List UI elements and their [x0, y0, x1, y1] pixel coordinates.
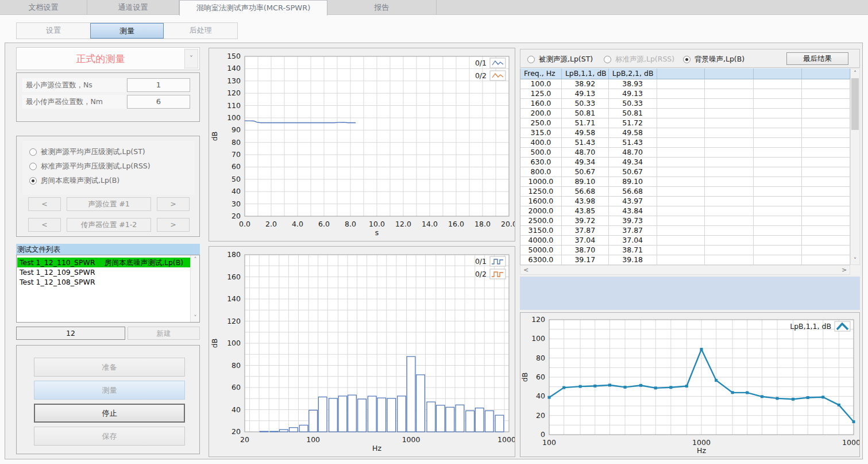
action-button-active[interactable]: 停止 [34, 404, 185, 423]
table-row[interactable]: 500.048.7048.70 [520, 148, 850, 158]
table-row[interactable]: 1600.043.9843.97 [520, 197, 850, 206]
table-row[interactable]: 2000.043.8543.84 [520, 206, 850, 216]
table-row[interactable]: 1250.056.6856.68 [520, 187, 850, 197]
scroll-left-icon[interactable]: < [522, 266, 530, 274]
scrollbar-thumb[interactable] [851, 78, 859, 130]
table-row[interactable]: 125.049.1349.13 [520, 89, 850, 99]
table-cell: 5000.0 [520, 246, 562, 255]
table-vertical-scrollbar[interactable]: ˄ ˅ [850, 68, 860, 265]
action-button-disabled[interactable]: 准备 [34, 358, 185, 377]
table-row[interactable]: 2500.039.7239.73 [520, 216, 850, 226]
table-cell: 50.81 [609, 109, 657, 118]
table-cell: 38.93 [609, 79, 657, 89]
file-list-item[interactable]: Test 1_12_109_SPWR [17, 267, 190, 277]
source-radio[interactable]: 被测声源,Lp(ST) [527, 54, 593, 64]
svg-text:16.0: 16.0 [448, 220, 464, 228]
file-name: Test 1_12_109_SPWR [17, 267, 105, 277]
position-prev-button[interactable]: < [28, 218, 61, 232]
radio-icon[interactable] [527, 56, 535, 63]
table-row[interactable]: 5000.038.7038.71 [520, 246, 850, 255]
table-cell [802, 148, 850, 158]
top-tab[interactable]: 通道设置 [87, 0, 179, 15]
radio-icon[interactable] [29, 177, 37, 185]
time-history-chart: 20304050607080901001101201301401500.02.0… [209, 48, 515, 241]
table-row[interactable]: 4000.037.0437.04 [520, 236, 850, 246]
table-cell: 38.71 [609, 246, 657, 255]
svg-text:40: 40 [232, 405, 241, 414]
table-row[interactable]: 1000.089.1089.10 [520, 177, 850, 187]
nm-value-field[interactable]: 6 [127, 95, 190, 109]
position-label-button[interactable]: 传声器位置 #1-2 [67, 218, 151, 232]
table-row[interactable]: 800.050.6750.67 [520, 167, 850, 177]
table-cell: 51.71 [562, 118, 609, 128]
file-list[interactable]: ˄ ˅ Test 1_12_110_SPWR房间本底噪声测试,Lp(B)Test… [16, 255, 200, 323]
table-cell [657, 158, 705, 167]
svg-text:140: 140 [227, 64, 241, 72]
table-cell: 315.0 [520, 128, 562, 138]
file-list-item[interactable]: Test 1_12_108_SPWR [17, 277, 190, 287]
top-tab[interactable]: 混响室法测试声功率(MCR-SPWR) [179, 0, 327, 16]
sub-tab[interactable]: 后处理 [164, 23, 237, 39]
action-button-disabled[interactable]: 保存 [34, 427, 185, 446]
sub-tab[interactable]: 测量 [90, 23, 164, 39]
table-row[interactable]: 6300.039.1739.18 [520, 255, 850, 265]
scroll-down-icon[interactable]: ˅ [851, 256, 859, 264]
table-row[interactable]: 160.050.3350.33 [520, 99, 850, 109]
table-cell: 50.67 [562, 167, 609, 177]
scroll-up-icon[interactable]: ˄ [191, 255, 200, 264]
source-radio[interactable]: 背景噪声,Lp(B) [683, 54, 744, 64]
svg-text:140: 140 [227, 294, 241, 303]
table-cell [657, 177, 705, 187]
table-cell: 37.04 [609, 236, 657, 246]
source-radio[interactable]: 标准声源,Lp(RSS) [604, 54, 674, 64]
top-tab[interactable]: 文档设置 [0, 0, 87, 15]
table-row[interactable]: 3150.037.8737.87 [520, 226, 850, 236]
svg-text:100: 100 [542, 438, 556, 447]
file-test-type: 房间本底噪声测试,Lp(B) [105, 258, 183, 267]
ns-value-field[interactable]: 1 [127, 78, 190, 92]
table-cell [754, 138, 802, 148]
scroll-down-icon[interactable]: ˅ [191, 313, 200, 322]
table-row[interactable]: 100.038.9238.93 [520, 79, 850, 89]
action-button-highlighted[interactable]: 测量 [34, 381, 185, 400]
last-result-button[interactable]: 最后结果 [786, 52, 848, 65]
test-type-radio[interactable]: 房间本底噪声测试,Lp(B) [29, 175, 119, 186]
test-type-radio[interactable]: 标准声源平均声压级测试,Lp(RSS) [29, 161, 151, 171]
file-list-scrollbar[interactable]: ˄ ˅ [190, 255, 199, 322]
radio-icon[interactable] [29, 148, 37, 156]
position-next-button[interactable]: > [157, 197, 190, 211]
file-count-field[interactable]: 12 [16, 327, 125, 340]
svg-text:6.0: 6.0 [318, 220, 330, 228]
radio-icon[interactable] [604, 56, 611, 63]
table-cell [802, 216, 850, 226]
svg-text:20: 20 [240, 435, 249, 444]
table-row[interactable]: 200.050.8150.81 [520, 109, 850, 118]
radio-icon[interactable] [683, 56, 690, 63]
table-row[interactable]: 315.049.5849.58 [520, 128, 850, 138]
sub-tab[interactable]: 设置 [17, 23, 90, 39]
table-cell [705, 255, 754, 265]
radio-icon[interactable] [29, 163, 37, 170]
measurement-mode-combo[interactable]: 正式的测量 ˅ [16, 47, 200, 70]
top-tab[interactable]: 报告 [327, 0, 437, 15]
table-cell [657, 79, 705, 89]
table-row[interactable]: 400.051.4351.43 [520, 138, 850, 148]
position-next-button[interactable]: > [157, 218, 190, 232]
table-row[interactable]: 250.051.7151.72 [520, 118, 850, 128]
position-prev-button[interactable]: < [28, 197, 61, 211]
table-cell: 38.70 [562, 246, 609, 255]
position-label-button[interactable]: 声源位置 #1 [67, 197, 151, 211]
table-horizontal-scrollbar[interactable]: < > [520, 265, 850, 275]
table-cell: 49.34 [562, 158, 609, 167]
scroll-up-icon[interactable]: ˄ [851, 69, 859, 78]
source-select-row: 最后结果 被测声源,Lp(ST)标准声源,Lp(RSS)背景噪声,Lp(B) [520, 49, 860, 68]
table-cell [657, 246, 705, 255]
file-list-item[interactable]: Test 1_12_110_SPWR房间本底噪声测试,Lp(B) [17, 258, 190, 267]
test-type-radio[interactable]: 被测声源平均声压级测试,Lp(ST) [29, 147, 145, 157]
scroll-right-icon[interactable]: > [840, 266, 848, 274]
new-file-button[interactable]: 新建 [128, 327, 200, 340]
table-cell [657, 109, 705, 118]
table-row[interactable]: 630.049.3449.34 [520, 158, 850, 167]
combo-dropdown-button[interactable]: ˅ [184, 49, 198, 68]
svg-text:14.0: 14.0 [422, 220, 438, 228]
